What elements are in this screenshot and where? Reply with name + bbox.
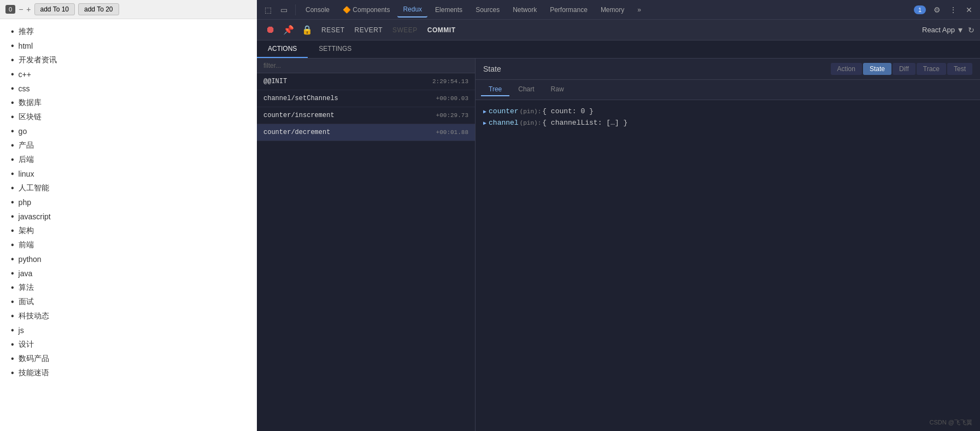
pin-button[interactable]: 📌 [280,22,297,37]
state-header: State ActionStateDiffTraceTest [476,59,980,80]
tree-expand-arrow: ▶ [483,108,486,115]
tab-network[interactable]: Network [507,3,542,17]
list-item[interactable]: html [11,39,246,53]
list-item[interactable]: 设计 [11,337,246,352]
tree-key: channel [489,119,519,127]
redux-section-tab-actions[interactable]: ACTIONS [257,40,308,58]
action-item[interactable]: counter/inscrement +00:29.73 [257,107,475,124]
list-item[interactable]: 面试 [11,295,246,309]
sweep-button[interactable]: SWEEP [388,24,422,36]
state-view-tab-diff[interactable]: Diff [893,63,916,75]
state-sub-tab-chart[interactable]: Chart [510,83,542,96]
tree-value: { count: 0 } [542,107,594,115]
counter-badge: 0 [5,5,15,14]
filter-input[interactable] [257,59,475,73]
redux-section-tabs: ACTIONSSETTINGS [257,40,980,59]
tree-key: counter [489,107,519,115]
list-item[interactable]: 人工智能 [11,181,246,195]
list-item[interactable]: python [11,252,246,266]
app-refresh-button[interactable]: ↻ [968,26,975,34]
device-toggle-icon[interactable]: ▭ [277,3,291,16]
action-time: +00:01.88 [436,129,468,136]
commit-button[interactable]: COMMIT [423,24,460,36]
more-options-icon[interactable]: ⋮ [946,3,960,16]
list-item[interactable]: 科技动态 [11,309,246,323]
list-item[interactable]: js [11,323,246,337]
add-to-10-button[interactable]: add To 10 [34,3,75,15]
actions-container: @@INIT 2:29:54.13channel/setChannels +00… [257,73,475,141]
action-time: +00:29.73 [436,112,468,119]
list-item[interactable]: 推荐 [11,25,246,39]
state-view-tabs: ActionStateDiffTraceTest [831,63,972,75]
state-title-label: State [483,65,831,73]
list-item[interactable]: javascript [11,209,246,224]
tab-console[interactable]: Console [300,3,335,17]
list-item[interactable]: c++ [11,67,246,81]
tab-elements[interactable]: Elements [430,3,468,17]
category-list: 推荐html开发者资讯c++css数据库区块链go产品后端linux人工智能ph… [0,19,257,386]
state-sub-tabs: TreeChartRaw [476,80,980,100]
cursor-tool-icon[interactable]: ⬚ [261,3,275,16]
lock-button[interactable]: 🔒 [298,22,316,37]
tree-row[interactable]: ▶ channel (pin): { channelList: […] } [483,117,972,129]
record-button[interactable]: ⏺ [262,22,279,38]
actions-list-panel: @@INIT 2:29:54.13channel/setChannels +00… [257,59,476,431]
list-item[interactable]: 数据库 [11,96,246,110]
list-item[interactable]: linux [11,167,246,181]
app-dropdown-button[interactable]: ▾ [958,25,963,35]
list-item[interactable]: css [11,81,246,96]
state-view-tab-action[interactable]: Action [831,63,862,75]
state-view-tab-test[interactable]: Test [947,63,972,75]
tab-components[interactable]: 🔶 Components [337,3,395,17]
tree-pin-label: (pin): [520,120,542,126]
tab-redux[interactable]: Redux [397,2,427,18]
state-panel: State ActionStateDiffTraceTest TreeChart… [476,59,980,431]
action-time: 2:29:54.13 [432,78,468,85]
tab-performance[interactable]: Performance [544,3,593,17]
tab-sources[interactable]: Sources [470,3,505,17]
list-item[interactable]: 区块链 [11,110,246,124]
list-item[interactable]: java [11,266,246,281]
action-name: counter/inscrement [263,112,335,119]
list-item[interactable]: 技能迷语 [11,366,246,380]
state-view-tab-trace[interactable]: Trace [917,63,946,75]
redux-section-tab-settings[interactable]: SETTINGS [308,40,362,58]
revert-button[interactable]: REVERT [350,24,387,36]
state-view-tab-state[interactable]: State [863,63,891,75]
tree-value: { channelList: […] } [542,119,627,127]
action-name: channel/setChannels [263,95,338,102]
list-item[interactable]: 算法 [11,281,246,295]
tab-memory[interactable]: Memory [595,3,630,17]
tab-more[interactable]: » [632,3,647,17]
minus-icon: − [19,5,23,14]
list-item[interactable]: 产品 [11,138,246,153]
action-item[interactable]: channel/setChannels +00:00.03 [257,90,475,107]
settings-icon[interactable]: ⚙ [930,3,944,16]
list-item[interactable]: 前端 [11,238,246,252]
notification-badge[interactable]: 1 [914,5,926,14]
list-item[interactable]: 后端 [11,153,246,167]
list-item[interactable]: go [11,124,246,138]
app-selector: React App ▾ ↻ [922,25,975,35]
list-item[interactable]: 开发者资讯 [11,53,246,67]
state-tree-content: ▶ counter (pin): { count: 0 }▶ channel (… [476,100,980,431]
redux-panel: ⏺ 📌 🔒 RESET REVERT SWEEP COMMIT React Ap… [257,20,980,431]
app-name-label: React App [922,26,955,34]
action-item[interactable]: counter/decrement +00:01.88 [257,124,475,141]
tree-row[interactable]: ▶ counter (pin): { count: 0 } [483,106,972,117]
footer-credit: CSDN @飞飞翼 [930,418,972,427]
reset-button[interactable]: RESET [317,24,349,36]
add-to-20-button[interactable]: add To 20 [78,3,119,15]
close-icon[interactable]: ✕ [963,3,976,16]
tree-pin-label: (pin): [520,108,542,115]
list-item[interactable]: php [11,195,246,209]
state-sub-tab-raw[interactable]: Raw [543,83,572,96]
state-sub-tab-tree[interactable]: Tree [481,83,509,96]
tree-expand-arrow: ▶ [483,120,486,126]
devtools-panel: ⬚ ▭ Console 🔶 Components Redux Elements … [257,0,980,431]
plus-icon: + [26,5,31,14]
action-item[interactable]: @@INIT 2:29:54.13 [257,73,475,90]
action-name: @@INIT [263,78,287,85]
list-item[interactable]: 架构 [11,224,246,238]
list-item[interactable]: 数码产品 [11,352,246,366]
